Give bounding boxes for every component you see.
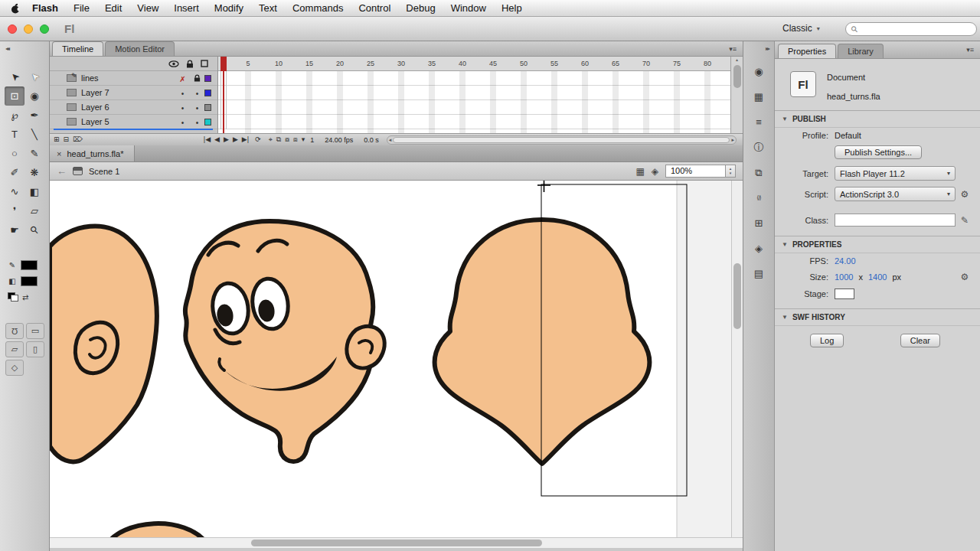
layer-name[interactable]: lines [81, 73, 175, 83]
menu-file[interactable]: File [66, 0, 97, 16]
zoom-window-button[interactable] [40, 24, 49, 34]
timeline-vertical-scrollbar[interactable]: ▴ [730, 57, 743, 133]
script-settings-wrench-icon[interactable]: ⚙ [956, 189, 974, 200]
delete-layer-button[interactable]: ⌦ [73, 136, 83, 143]
zoom-tool[interactable]: ⚲ [24, 220, 44, 240]
scroll-up-icon[interactable]: ▴ [736, 57, 738, 62]
fill-color-swatch[interactable] [21, 276, 38, 286]
outline-icon[interactable] [201, 60, 208, 67]
timeline-horizontal-scrollbar[interactable]: ◂ ▸ [387, 135, 737, 145]
play-button[interactable]: ▶ [224, 136, 229, 143]
size-settings-wrench-icon[interactable]: ⚙ [956, 272, 974, 282]
apple-menu[interactable] [6, 3, 24, 14]
playhead-line[interactable] [223, 71, 224, 133]
tab-properties[interactable]: Properties [778, 44, 836, 58]
close-document-icon[interactable]: × [57, 149, 61, 158]
canvas-hscroll-thumb[interactable] [251, 540, 542, 546]
lasso-tool[interactable]: ℘ [5, 106, 24, 125]
loop-button[interactable]: ⟳ [255, 136, 261, 143]
tab-timeline[interactable]: Timeline [52, 41, 103, 56]
layer-lock-toggle[interactable]: • [190, 86, 204, 99]
new-layer-button[interactable]: ⊞ [54, 136, 60, 143]
expand-dock-icon[interactable]: ▸▸ [766, 45, 769, 52]
document-tab[interactable]: × head_turns.fla* [50, 145, 135, 161]
brush-tool[interactable]: ✐ [5, 163, 24, 182]
distort-option[interactable]: ▯ [26, 341, 44, 357]
target-dropdown[interactable]: Flash Player 11.2 ▾ [835, 166, 956, 181]
frame-ruler[interactable]: 5101520253035404550556065707580 [218, 57, 730, 71]
snap-to-objects-option[interactable]: Ω [5, 323, 24, 339]
pen-tool[interactable]: ✒ [24, 106, 44, 125]
hand-tool[interactable]: ☛ [5, 220, 24, 240]
go-to-last-frame-button[interactable]: ▶| [242, 136, 249, 143]
align-panel-icon[interactable]: ≡ [749, 113, 769, 131]
menu-edit[interactable]: Edit [97, 0, 129, 16]
info-panel-icon[interactable]: ⓘ [749, 139, 769, 156]
document-name[interactable]: head_turns.fla [827, 92, 880, 101]
menu-control[interactable]: Control [351, 0, 398, 16]
lock-icon[interactable] [186, 60, 194, 68]
stage-area[interactable] [50, 181, 743, 551]
scroll-right-icon[interactable]: ▸ [731, 137, 734, 143]
swf-history-section-header[interactable]: ▼ SWF HISTORY [775, 309, 980, 326]
menu-help[interactable]: Help [494, 0, 530, 16]
timeline-panel-menu-icon[interactable]: ▾≡ [729, 45, 737, 53]
edit-scene-button[interactable]: ▦ [635, 166, 644, 177]
swatches-panel-icon[interactable]: ▦ [749, 88, 769, 106]
envelope-option[interactable]: ◇ [5, 360, 24, 376]
subselection-tool[interactable]: ➤ [24, 67, 44, 86]
stepper-down-icon[interactable]: ▾ [730, 171, 732, 176]
back-arrow-icon[interactable]: ← [57, 165, 67, 177]
tab-motion-editor[interactable]: Motion Editor [105, 41, 175, 56]
line-tool[interactable]: ╲ [24, 125, 44, 144]
search-field[interactable]: ⚲ [845, 22, 977, 36]
search-input[interactable] [861, 24, 971, 34]
stage-height-value[interactable]: 1400 [868, 272, 887, 282]
rotate-skew-option[interactable]: ▱ [5, 341, 24, 357]
layer-visibility-toggle[interactable]: • [175, 86, 190, 99]
step-back-button[interactable]: ◀ [214, 136, 220, 143]
center-frame-button[interactable]: ⌖ [269, 136, 273, 143]
oval-tool[interactable]: ○ [5, 144, 24, 163]
canvas-vertical-scrollbar[interactable] [731, 181, 743, 537]
zoom-stepper[interactable]: ▴ ▾ [725, 165, 735, 177]
layer-visibility-toggle[interactable]: ✗ [175, 72, 190, 84]
properties-section-header[interactable]: ▼ PROPERTIES [775, 236, 980, 253]
timeline-vscroll-thumb[interactable] [733, 65, 741, 88]
publish-settings-button[interactable]: Publish Settings... [835, 145, 922, 159]
scale-option[interactable]: ▭ [26, 323, 44, 339]
edit-multiple-frames-button[interactable]: ⧈ [293, 136, 298, 143]
menu-insert[interactable]: Insert [166, 0, 207, 16]
layer-row[interactable]: Layer 6•• [50, 100, 217, 115]
eyedropper-tool[interactable]: ❜ [5, 201, 24, 220]
properties-panel-menu-icon[interactable]: ▾≡ [966, 46, 974, 54]
new-folder-button[interactable]: ⊟ [64, 136, 70, 143]
layer-outline-color-swatch[interactable] [204, 104, 211, 111]
eraser-tool[interactable]: ▱ [24, 201, 44, 220]
collapse-tools-icon[interactable]: ◂◂ [5, 45, 8, 52]
layer-row[interactable]: Layer 5•• [50, 115, 217, 129]
layer-name[interactable]: Layer 5 [81, 117, 175, 126]
stage-canvas[interactable] [50, 181, 743, 537]
project-panel-icon[interactable]: ▤ [749, 265, 769, 282]
publish-section-header[interactable]: ▼ PUBLISH [775, 111, 980, 128]
canvas-vscroll-thumb[interactable] [733, 263, 741, 329]
playhead-marker[interactable] [220, 57, 227, 71]
workspace-switcher[interactable]: Classic ▾ [782, 23, 820, 34]
stroke-color-swatch[interactable] [21, 260, 38, 270]
modify-markers-button[interactable]: ▾ [302, 136, 305, 143]
fps-value[interactable]: 24.00 [835, 256, 956, 266]
menu-commands[interactable]: Commands [285, 0, 351, 16]
go-to-first-frame-button[interactable]: |◀ [204, 136, 211, 143]
stage-width-value[interactable]: 1000 [835, 272, 853, 282]
menu-debug[interactable]: Debug [398, 0, 443, 16]
timeline-hscroll-thumb[interactable] [393, 137, 730, 143]
transform-panel-icon[interactable]: ⧉ [749, 164, 769, 181]
bone-tool[interactable]: ∿ [5, 182, 24, 201]
layer-row[interactable]: ✎lines✗ [50, 71, 217, 86]
layer-lock-toggle[interactable] [190, 72, 204, 84]
frames-grid[interactable] [218, 71, 730, 133]
menu-text[interactable]: Text [251, 0, 285, 16]
menu-modify[interactable]: Modify [207, 0, 251, 16]
layer-lock-toggle[interactable]: • [190, 101, 204, 113]
